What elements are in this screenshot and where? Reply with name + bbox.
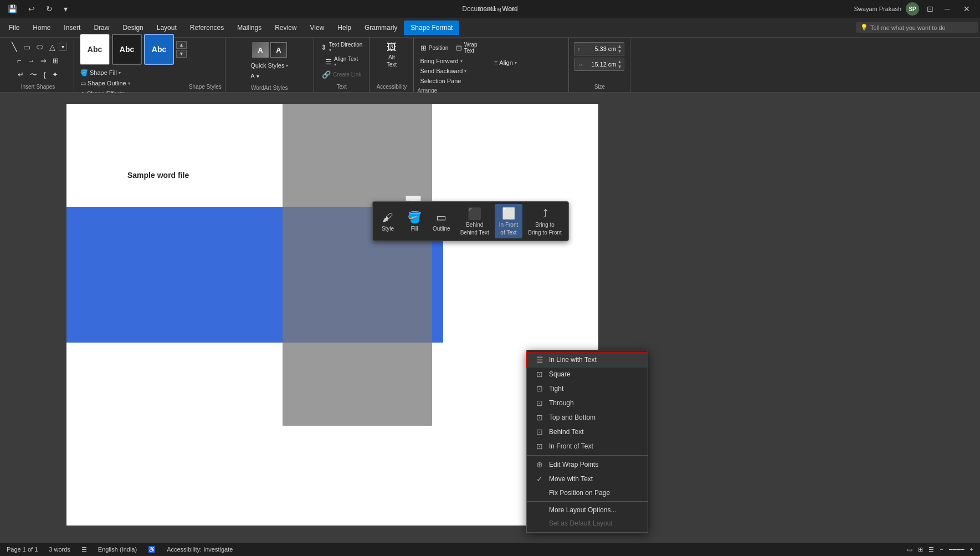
shape-oval[interactable]: ⬭ <box>34 41 46 53</box>
view-web-icon[interactable]: ⊞ <box>918 546 923 553</box>
size-group: ↕ 5.33 cm ▲ ▼ ↔ 15.12 cm ▲ ▼ Size <box>569 38 630 92</box>
menu-item-movewith[interactable]: ✓ Move with Text <box>527 472 648 486</box>
menu-item-inline[interactable]: ☰ In Line with Text <box>527 353 648 367</box>
send-bwd-arrow[interactable]: ▾ <box>464 69 466 74</box>
wrap-icon: ⊡ <box>456 44 462 52</box>
menu-item-tight[interactable]: ⊡ Tight <box>527 381 648 396</box>
bring-forward-btn[interactable]: Bring Forward ▾ <box>417 57 465 65</box>
selection-pane-btn[interactable]: Selection Pane <box>417 76 464 85</box>
menu-references[interactable]: References <box>183 21 230 35</box>
shapes-row3: ↵ 〜 { ✦ <box>15 68 60 81</box>
undo-icon[interactable]: ↩ <box>25 3 38 14</box>
bring-fwd-arrow[interactable]: ▾ <box>460 59 463 64</box>
accessibility-icon: ♿ <box>148 546 156 553</box>
mini-outline-btn[interactable]: ▭ Outline <box>428 204 455 238</box>
view-read-icon[interactable]: ☰ <box>928 546 934 553</box>
shape-s[interactable]: 〜 <box>27 69 40 81</box>
menu-item-setdefault: Set as Default Layout <box>527 517 648 530</box>
menu-item-moreoptions[interactable]: More Layout Options... <box>527 503 648 517</box>
menu-item-infront[interactable]: ⊡ In Front of Text <box>527 439 648 453</box>
height-input[interactable]: ↕ 5.33 cm ▲ ▼ <box>574 42 624 55</box>
close-icon[interactable]: ✕ <box>958 3 976 14</box>
menu-item-fixpos[interactable]: Fix Position on Page <box>527 486 648 499</box>
mini-style-btn[interactable]: 🖌 Style <box>375 204 401 238</box>
send-backward-btn[interactable]: Send Backward ▾ <box>417 67 469 75</box>
zoom-out-icon[interactable]: − <box>940 546 943 553</box>
shape-l[interactable]: ⌐ <box>14 55 24 66</box>
create-link-btn[interactable]: 🔗 Create Link <box>319 69 365 80</box>
mini-behind-icon: ⬛ <box>468 207 481 220</box>
menu-file[interactable]: File <box>2 21 26 35</box>
fill-dropdown-arrow[interactable]: ▾ <box>119 70 121 75</box>
shapes-more[interactable]: ▾ <box>59 43 67 51</box>
shape-fill-btn[interactable]: 🪣 Shape Fill ▾ <box>78 68 189 78</box>
outline-dropdown-arrow[interactable]: ▾ <box>128 81 130 86</box>
menu-item-editwrap[interactable]: ⊕ Edit Wrap Points <box>527 457 648 472</box>
menu-item-through[interactable]: ⊡ Through <box>527 396 648 410</box>
align-arrow2[interactable]: ▾ <box>515 60 517 65</box>
text-direction-btn[interactable]: ⇕ Text Direction ▾ <box>317 40 366 54</box>
menu-view[interactable]: View <box>304 21 331 35</box>
wordart-style-b[interactable]: A <box>270 42 287 58</box>
shape-styles-area: Abc Abc Abc ▲ ▼ <box>78 32 189 67</box>
styles-down[interactable]: ▼ <box>176 50 187 58</box>
alt-text-btn[interactable]: 🖼 Alt Text <box>381 40 403 69</box>
search-bar[interactable]: 💡 Tell me what you want to do <box>856 22 978 33</box>
menu-item-behind[interactable]: ⊡ Behind Text <box>527 425 648 439</box>
mini-fill-btn[interactable]: 🪣 Fill <box>402 204 427 238</box>
minimize-icon[interactable]: ─ <box>941 3 953 14</box>
zoom-in-icon[interactable]: + <box>970 546 973 553</box>
shape-z[interactable]: ↵ <box>15 69 27 80</box>
shape-eq[interactable]: ⊞ <box>50 55 61 66</box>
shape-arr2[interactable]: ⇒ <box>38 55 49 66</box>
text-fill-btn[interactable]: A ▾ <box>248 72 291 80</box>
shape-triangle[interactable]: △ <box>47 42 58 53</box>
mini-behind-btn[interactable]: ⬛ Behind Behind Text <box>456 204 494 238</box>
wordart-style-a[interactable]: A <box>252 42 269 58</box>
doc-page: Sample word file <box>66 104 598 526</box>
wrap-text-btn[interactable]: ⊡ Wrap Text <box>453 40 491 55</box>
menu-help[interactable]: Help <box>331 21 358 35</box>
accessibility-label: Accessibility <box>377 81 407 90</box>
styles-up[interactable]: ▲ <box>176 41 187 49</box>
position-btn[interactable]: ⊞ Position <box>417 42 451 54</box>
menu-item-square[interactable]: ⊡ Square <box>527 367 648 381</box>
shape-line[interactable]: ╲ <box>9 40 20 53</box>
arrange-group: ⊞ Position ⊡ Wrap Text Bring Forward ▾ S… <box>414 38 569 92</box>
customize-icon[interactable]: ▾ <box>60 3 71 14</box>
mini-bringfront-btn[interactable]: ⤴ Bring to Bring to Front <box>524 204 566 238</box>
shape-br[interactable]: { <box>40 69 48 80</box>
menu-grammarly[interactable]: Grammarly <box>358 21 404 35</box>
divider1 <box>527 455 648 456</box>
align-arrow[interactable]: ▾ <box>334 62 358 67</box>
menu-shape-format[interactable]: Shape Format <box>404 21 459 35</box>
mini-infront-btn[interactable]: ⬜ In Front of Text <box>495 204 522 238</box>
user-avatar[interactable]: SP <box>906 2 919 16</box>
align-btn[interactable]: ≡ Align ▾ <box>491 58 566 67</box>
tight-icon: ⊡ <box>535 384 545 393</box>
restore-icon[interactable]: ⊡ <box>923 3 937 14</box>
width-arrows[interactable]: ▲ ▼ <box>618 59 622 69</box>
textdir-arrow[interactable]: ▾ <box>329 48 363 53</box>
menu-mailings[interactable]: Mailings <box>230 21 268 35</box>
menu-home[interactable]: Home <box>26 21 57 35</box>
shape-style-white[interactable]: Abc <box>80 34 110 65</box>
shape-style-blue[interactable]: Abc <box>144 34 174 65</box>
menu-item-topbottom[interactable]: ⊡ Top and Bottom <box>527 410 648 425</box>
width-input[interactable]: ↔ 15.12 cm ▲ ▼ <box>574 58 624 71</box>
shape-gray[interactable] <box>283 104 432 426</box>
save-icon[interactable]: 💾 <box>4 3 20 14</box>
shape-rect[interactable]: ▭ <box>20 42 33 53</box>
redo-icon[interactable]: ↻ <box>43 3 56 14</box>
shape-outline-btn[interactable]: ▭ Shape Outline ▾ <box>78 79 189 88</box>
quick-styles-btn[interactable]: Quick Styles ▾ <box>248 61 291 70</box>
wordart-row1: A A <box>252 42 287 58</box>
view-print-icon[interactable]: ▭ <box>907 546 912 553</box>
align-text-btn[interactable]: ☰ Align Text ▾ <box>322 54 361 69</box>
shape-star[interactable]: ✦ <box>49 69 61 80</box>
shape-style-dark[interactable]: Abc <box>112 34 142 65</box>
shape-arr[interactable]: → <box>24 55 37 66</box>
menu-review[interactable]: Review <box>268 21 303 35</box>
height-arrows[interactable]: ▲ ▼ <box>618 44 622 54</box>
check-icon: ✓ <box>535 475 545 483</box>
